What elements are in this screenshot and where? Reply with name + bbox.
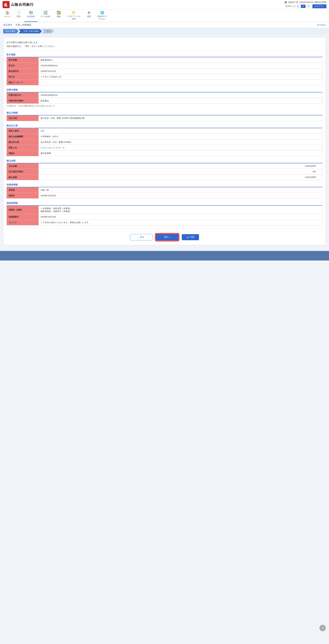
breadcrumb-separator	[13, 24, 15, 26]
amount-table: 支払金額 1,000,000円 先方負担手数料 0円 振込金額 1,000,00…	[6, 163, 322, 180]
value-txid: 101001000000111	[39, 63, 322, 68]
bank-name: 山陰合同銀行	[11, 2, 34, 7]
value-account: 青山支店（100）普通 1234567 資金移動用口座	[39, 115, 322, 121]
table-row: 振込指定日 2020年10月15日	[7, 68, 322, 74]
value-status: 最終承認待ち	[39, 57, 322, 63]
table-row: 依頼者 合銀一郎	[7, 187, 322, 193]
home-icon: 🏠	[6, 11, 10, 14]
label-registered-name: 登録名	[7, 150, 39, 156]
value-switch-id: 101001000000121	[39, 92, 322, 98]
page-code: BTJS013	[317, 24, 326, 26]
content-box: 以下の取引の確定を取り消します。 内容を確認の上、「実行」ボタンを押してください…	[3, 37, 326, 245]
remitter-table: 支払口座 青山支店（100）普通 1234567 資金移動用口座	[6, 115, 322, 121]
back-button[interactable]: ‹ 戻る	[130, 234, 152, 240]
value-dest-account: 丸の内支店（222）普通 2100001	[39, 139, 322, 145]
label-switch-id: 切替元取引ID	[7, 92, 39, 98]
nav-data-transfer[interactable]: 🔄 データ伝送	[38, 10, 53, 22]
value-switch-type: 総合振込	[39, 98, 322, 104]
amount-section: 振込金額 支払金額 1,000,000円 先方負担手数料 0円 振込金額 1,0…	[6, 160, 322, 180]
label-recipient-name: 受取人名	[7, 145, 39, 150]
step-complete-label: 完了	[47, 30, 50, 32]
destination-title: 振込先口座	[6, 124, 322, 128]
label-txname: 取引名	[7, 74, 39, 80]
steps-bar: 取引を選択 引戻し内容を確認 完了	[0, 28, 329, 35]
transaction-info-section: 取引情報 取引状態 最終承認待ち 取引ID 101001000000111 振込…	[6, 53, 322, 85]
font-size-label: 文字サイズ	[286, 5, 295, 8]
approver-table: 承認者（状態） 一次承認者：合銀太郎（未承認）最終承認者：合銀幸子（未承認） 承…	[6, 206, 322, 225]
font-large-button[interactable]: 大	[306, 5, 311, 8]
step-confirm-label: 引戻し内容を確認	[23, 30, 39, 32]
multi-file-icon: 📁	[72, 11, 76, 14]
nav-management-label: 管理	[87, 15, 91, 18]
nav-inquiry-label: 照会	[17, 15, 20, 18]
destination-table: 受取人番号 123 振込先金融機関 大手町銀行（0111） 振込先口座 丸の内支…	[6, 128, 322, 156]
table-row: 振込メッセージ －	[7, 80, 322, 85]
transfer-icon: 💱	[29, 11, 33, 14]
value-date: 2020年10月15日	[39, 68, 322, 74]
user-info: 🖼 合銀花子 様 2020年10月01日 09時31分05秒	[284, 1, 326, 4]
font-small-button[interactable]: 小	[296, 5, 300, 8]
table-row: 振込先金融機関 大手町銀行（0111）	[7, 134, 322, 139]
breadcrumb: 振込振替 引戻し内容確認	[3, 24, 31, 26]
value-comment: １０月分の支払いになります。承認をお願いします。	[39, 220, 322, 225]
nav-home[interactable]: 🏠 ホーム	[2, 10, 13, 22]
table-row: 取引ID 101001000000111	[7, 63, 322, 68]
nav-foreign-web[interactable]: 🌐 外為ＷＥＢでんさい	[94, 10, 110, 22]
nav-multi-file-label: マルチファイル伝送	[67, 15, 80, 20]
label-date: 振込指定日	[7, 68, 39, 74]
nav-foreign-web-label: 外為ＷＥＢでんさい	[98, 15, 107, 20]
intro-line2: 内容を確認の上、「実行」ボタンを押してください。	[6, 44, 322, 48]
back-chevron-icon: ‹	[138, 236, 139, 238]
value-request-date: 2020年10月01日	[39, 193, 322, 198]
button-row: ‹ 戻る 実行 › 🖨 印刷	[6, 232, 322, 242]
label-recipient-no: 受取人番号	[7, 128, 39, 134]
nav-approval[interactable]: ✅ 承認	[53, 10, 64, 22]
datetime: 2020年10月01日 09時31分05秒	[300, 1, 326, 4]
nav-transfer[interactable]: 💱 資金移動	[24, 10, 38, 22]
main-nav: 🏠 ホーム 📄 照会 💱 資金移動 🔄 データ伝送 ✅ 承認 📁 マルチファイル…	[0, 10, 329, 22]
font-medium-button[interactable]: 中	[301, 5, 306, 8]
nav-inquiry[interactable]: 📄 照会	[13, 10, 24, 22]
divider-2	[6, 228, 322, 229]
breadcrumb-parent[interactable]: 振込振替	[3, 24, 12, 26]
label-account: 支払口座	[7, 115, 39, 121]
requester-table: 依頼者 合銀一郎 依頼日 2020年10月01日	[6, 187, 322, 198]
execute-label: 実行	[164, 236, 168, 238]
intro-line1: 以下の取引の確定を取り消します。	[6, 40, 322, 44]
table-row: 切替元取引種別 総合振込	[7, 98, 322, 104]
table-row: 受取人番号 123	[7, 128, 322, 134]
nav-home-label: ホーム	[4, 15, 10, 18]
management-icon: ⚙	[88, 11, 90, 14]
remitter-section: 振込元情報 支払口座 青山支店（100）普通 1234567 資金移動用口座	[6, 112, 322, 121]
footer	[0, 251, 329, 260]
step-confirm: 引戻し内容を確認	[18, 29, 42, 34]
label-dest-account: 振込先口座	[7, 139, 39, 145]
table-row: 登録名 東日本商事	[7, 150, 322, 156]
main-content: 以下の取引の確定を取り消します。 内容を確認の上、「実行」ボタンを押してください…	[0, 35, 329, 248]
print-button[interactable]: 🖨 印刷	[182, 234, 199, 240]
remitter-title: 振込元情報	[6, 112, 322, 115]
value-requester: 合銀一郎	[39, 187, 322, 193]
table-row: 承認期限日 2020年10月13日	[7, 214, 322, 220]
label-request-date: 依頼日	[7, 193, 39, 198]
print-icon: 🖨	[186, 236, 189, 238]
table-row: 承認者（状態） 一次承認者：合銀太郎（未承認）最終承認者：合銀幸子（未承認）	[7, 206, 322, 214]
label-transfer-amount: 振込金額	[7, 174, 39, 180]
logout-button[interactable]: ログアウト	[312, 4, 326, 8]
execute-button[interactable]: 実行 ›	[156, 234, 178, 240]
table-row: 取引状態 最終承認待ち	[7, 57, 322, 63]
requester-title: 依頼者情報	[6, 183, 322, 187]
nav-management[interactable]: ⚙ 管理	[83, 10, 94, 22]
execute-chevron-icon: ›	[170, 236, 170, 238]
label-payment: 支払金額	[7, 163, 39, 169]
user-name: 合銀花子 様	[288, 1, 298, 4]
value-message: －	[39, 80, 322, 85]
value-approval-deadline: 2020年10月13日	[39, 214, 322, 220]
nav-multi-file[interactable]: 📁 マルチファイル伝送	[64, 10, 83, 22]
print-label: 印刷	[190, 236, 194, 238]
label-approver: 承認者（状態）	[7, 206, 39, 214]
table-row: コメント １０月分の支払いになります。承認をお願いします。	[7, 220, 322, 225]
table-row: 支払口座 青山支店（100）普通 1234567 資金移動用口座	[7, 115, 322, 121]
user-icon: 🖼	[284, 1, 287, 4]
table-row: 取引名 １０月１５日支払い分	[7, 74, 322, 80]
